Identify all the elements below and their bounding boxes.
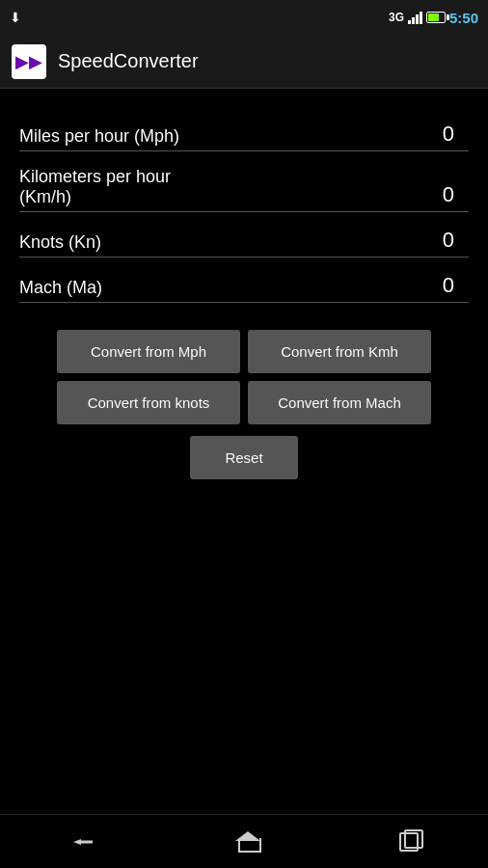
button-row-2: Convert from knots Convert from Mach (57, 381, 431, 424)
kmh-field-row: Kilometers per hour (Km/h) (19, 153, 469, 212)
main-content: Miles per hour (Mph) Kilometers per hour… (0, 89, 488, 479)
mach-label: Mach (Ma) (19, 278, 102, 298)
mach-field-row: Mach (Ma) (19, 259, 469, 303)
back-button[interactable] (50, 823, 116, 861)
home-button[interactable] (217, 822, 279, 862)
bottom-nav (0, 814, 488, 868)
status-left: ⬇ (10, 10, 21, 25)
signal-bar-1 (408, 20, 411, 24)
knots-field-row: Knots (Kn) (19, 214, 469, 258)
network-type: 3G (389, 11, 404, 24)
kmh-label: Kilometers per hour (Km/h) (19, 167, 217, 207)
signal-bar-2 (412, 17, 415, 24)
home-icon (236, 831, 259, 853)
signal-bar-4 (420, 12, 422, 24)
download-icon: ⬇ (10, 10, 21, 25)
knots-label: Knots (Kn) (19, 232, 101, 253)
reset-button[interactable]: Reset (190, 436, 297, 479)
convert-from-mph-button[interactable]: Convert from Mph (57, 330, 240, 373)
recents-icon (399, 832, 419, 852)
battery-icon (426, 12, 446, 23)
signal-bar-3 (416, 14, 419, 24)
mph-label: Miles per hour (Mph) (19, 126, 179, 147)
battery-fill (428, 14, 439, 21)
status-bar: ⬇ 3G 5:50 (0, 0, 488, 35)
status-time: 5:50 (449, 10, 478, 26)
back-arrow-icon (69, 832, 96, 852)
status-right: 3G 5:50 (389, 10, 478, 26)
kmh-input[interactable] (217, 182, 469, 207)
mph-input[interactable] (203, 122, 469, 147)
convert-from-mach-button[interactable]: Convert from Mach (248, 381, 431, 424)
signal-bars (408, 11, 422, 24)
mach-input[interactable] (203, 273, 469, 298)
buttons-section: Convert from Mph Convert from Kmh Conver… (19, 330, 469, 479)
button-row-1: Convert from Mph Convert from Kmh (57, 330, 431, 373)
app-icon: ▶▶ (12, 44, 46, 79)
app-bar: ▶▶ SpeedConverter (0, 35, 488, 89)
recents-button[interactable] (380, 823, 438, 861)
knots-input[interactable] (203, 228, 469, 253)
convert-from-knots-button[interactable]: Convert from knots (57, 381, 240, 424)
play-icon: ▶▶ (15, 53, 42, 70)
convert-from-kmh-button[interactable]: Convert from Kmh (248, 330, 431, 373)
mph-field-row: Miles per hour (Mph) (19, 108, 469, 151)
app-title: SpeedConverter (58, 50, 199, 72)
